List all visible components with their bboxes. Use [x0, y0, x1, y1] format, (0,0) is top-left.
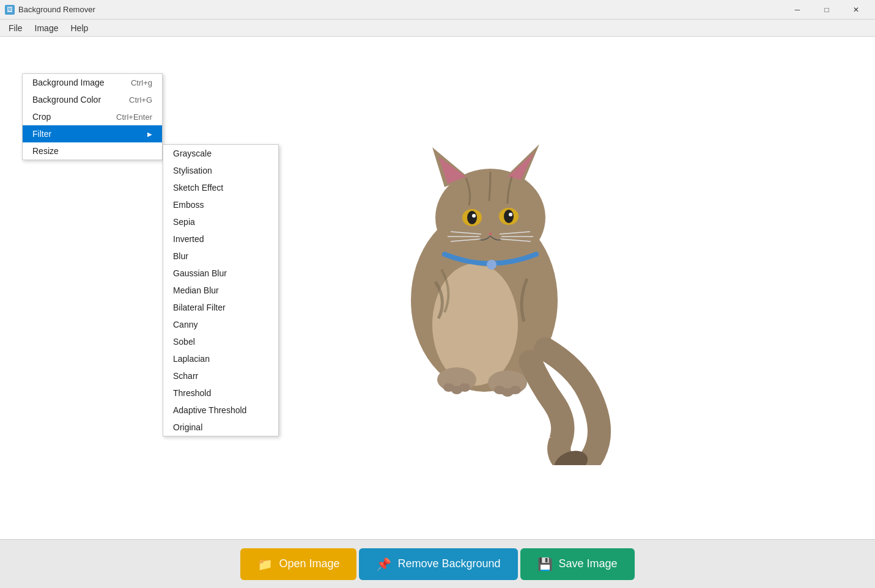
filter-laplacian[interactable]: Laplacian	[163, 350, 278, 367]
save-image-button[interactable]: 💾 Save Image	[520, 548, 635, 580]
app-icon: 🖼	[5, 5, 15, 15]
remove-background-button[interactable]: 📌 Remove Background	[359, 548, 517, 580]
image-menu-dropdown: Background Image Ctrl+g Background Color…	[22, 73, 163, 160]
menu-file[interactable]: File	[2, 21, 29, 35]
menu-resize[interactable]: Resize	[23, 142, 162, 160]
svg-point-20	[487, 260, 497, 270]
maximize-button[interactable]: □	[813, 0, 841, 20]
titlebar: 🖼 Background Remover ─ □ ✕	[0, 0, 875, 20]
filter-submenu: Grayscale Stylisation Sketch Effect Embo…	[163, 144, 279, 436]
svg-point-11	[472, 214, 476, 218]
filter-scharr[interactable]: Scharr	[163, 367, 278, 384]
open-icon: 📁	[257, 557, 273, 571]
filter-bilateral-filter[interactable]: Bilateral Filter	[163, 299, 278, 316]
bottom-toolbar: 📁 Open Image 📌 Remove Background 💾 Save …	[0, 539, 875, 588]
remove-icon: 📌	[376, 557, 391, 571]
filter-emboss[interactable]: Emboss	[163, 196, 278, 213]
filter-median-blur[interactable]: Median Blur	[163, 282, 278, 299]
filter-gaussian-blur[interactable]: Gaussian Blur	[163, 265, 278, 282]
close-button[interactable]: ✕	[842, 0, 870, 20]
filter-sketch-effect[interactable]: Sketch Effect	[163, 179, 278, 196]
filter-sepia[interactable]: Sepia	[163, 213, 278, 230]
filter-threshold[interactable]: Threshold	[163, 384, 278, 402]
svg-point-1	[432, 263, 518, 386]
main-canvas: Background Image Ctrl+g Background Color…	[0, 37, 875, 539]
svg-point-12	[509, 213, 512, 216]
filter-canny[interactable]: Canny	[163, 316, 278, 333]
filter-grayscale[interactable]: Grayscale	[163, 145, 278, 162]
save-icon: 💾	[537, 557, 553, 571]
window-controls: ─ □ ✕	[783, 0, 870, 20]
svg-point-28	[510, 386, 521, 394]
menu-crop[interactable]: Crop Ctrl+Enter	[23, 108, 162, 125]
menu-background-color[interactable]: Background Color Ctrl+G	[23, 91, 162, 108]
submenu-arrow-icon: ▶	[147, 131, 152, 138]
filter-inverted[interactable]: Inverted	[163, 230, 278, 248]
cat-image	[344, 111, 619, 465]
filter-adaptive-threshold[interactable]: Adaptive Threshold	[163, 402, 278, 419]
filter-original[interactable]: Original	[163, 419, 278, 436]
minimize-button[interactable]: ─	[783, 0, 811, 20]
filter-stylisation[interactable]: Stylisation	[163, 162, 278, 179]
menu-help[interactable]: Help	[64, 21, 94, 35]
svg-point-10	[504, 210, 514, 223]
open-image-button[interactable]: 📁 Open Image	[240, 548, 356, 580]
menu-image[interactable]: Image	[29, 21, 65, 35]
svg-point-25	[459, 383, 470, 392]
svg-point-9	[467, 211, 477, 224]
menu-background-image[interactable]: Background Image Ctrl+g	[23, 74, 162, 91]
menu-filter[interactable]: Filter ▶	[23, 125, 162, 142]
filter-sobel[interactable]: Sobel	[163, 333, 278, 350]
menubar: File Image Help	[0, 20, 875, 37]
filter-blur[interactable]: Blur	[163, 248, 278, 265]
app-title: Background Remover	[18, 5, 783, 14]
svg-marker-6	[508, 152, 534, 180]
